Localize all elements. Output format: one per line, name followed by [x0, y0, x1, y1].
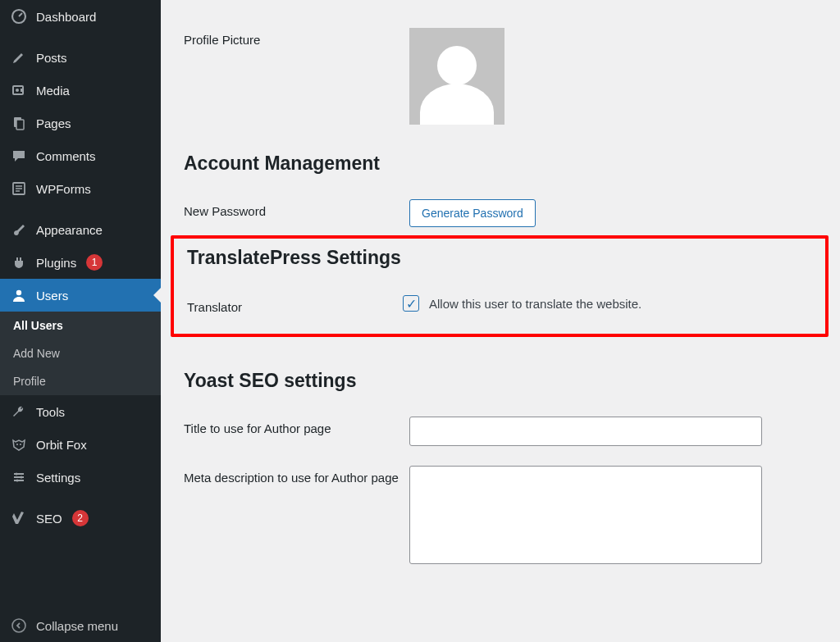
- comments-icon: [10, 148, 28, 164]
- sidebar-item-wpforms[interactable]: WPForms: [0, 172, 161, 205]
- fox-icon: [10, 436, 28, 453]
- svg-point-6: [16, 290, 21, 295]
- avatar-placeholder: [409, 28, 504, 125]
- user-icon: [10, 287, 28, 303]
- main-content: Profile Picture Account Management New P…: [161, 0, 840, 642]
- sidebar-item-label: Plugins: [36, 256, 76, 270]
- sidebar-item-collapse[interactable]: Collapse menu: [0, 609, 161, 642]
- author-title-label: Title to use for Author page: [184, 417, 409, 435]
- sidebar-item-label: Collapse menu: [36, 619, 118, 633]
- svg-rect-4: [16, 120, 24, 130]
- sidebar-subitem-profile[interactable]: Profile: [0, 367, 161, 395]
- sidebar-item-label: Comments: [36, 149, 96, 163]
- sidebar-submenu-users: All Users Add New Profile: [0, 312, 161, 395]
- translator-row: Translator ✓ Allow this user to translat…: [176, 274, 824, 314]
- sidebar-item-posts[interactable]: Posts: [0, 41, 161, 74]
- account-management-heading: Account Management: [161, 125, 840, 180]
- settings-icon: [10, 469, 28, 485]
- media-icon: [10, 82, 28, 98]
- sidebar-item-label: Settings: [36, 471, 80, 485]
- sidebar-item-tools[interactable]: Tools: [0, 395, 161, 428]
- sidebar-item-plugins[interactable]: Plugins 1: [0, 246, 161, 279]
- profile-picture-row: Profile Picture: [161, 8, 840, 125]
- author-title-input[interactable]: [409, 417, 762, 446]
- author-meta-label: Meta description to use for Author page: [184, 466, 409, 485]
- sidebar-item-users[interactable]: Users: [0, 279, 161, 312]
- author-title-row: Title to use for Author page: [161, 397, 840, 446]
- svg-point-11: [16, 479, 18, 481]
- plugins-badge: 1: [86, 254, 103, 271]
- svg-point-10: [20, 476, 22, 478]
- sidebar-item-settings[interactable]: Settings: [0, 461, 161, 494]
- translator-label: Translator: [187, 295, 403, 314]
- translator-checkbox-wrap[interactable]: ✓ Allow this user to translate the websi…: [403, 295, 807, 312]
- svg-point-2: [16, 89, 19, 92]
- sidebar-subitem-all-users[interactable]: All Users: [0, 312, 161, 339]
- sidebar-item-label: Dashboard: [36, 10, 96, 24]
- wrench-icon: [10, 403, 28, 420]
- generate-password-button[interactable]: Generate Password: [409, 199, 536, 227]
- sidebar-item-pages[interactable]: Pages: [0, 107, 161, 139]
- svg-point-9: [15, 472, 17, 475]
- sidebar-item-label: Pages: [36, 116, 71, 130]
- sidebar-item-label: Appearance: [36, 223, 103, 237]
- author-meta-textarea[interactable]: [409, 466, 762, 564]
- collapse-icon: [10, 617, 28, 634]
- yoast-icon: [10, 510, 28, 526]
- sidebar-item-label: Orbit Fox: [36, 438, 87, 452]
- sidebar-item-label: Media: [36, 84, 70, 98]
- sidebar-item-label: Users: [36, 289, 68, 303]
- svg-point-12: [12, 619, 25, 632]
- svg-point-8: [20, 444, 21, 445]
- sidebar-item-appearance[interactable]: Appearance: [0, 213, 161, 246]
- translator-checkbox[interactable]: ✓: [403, 295, 419, 312]
- sidebar-item-label: Tools: [36, 405, 65, 419]
- new-password-row: New Password Generate Password: [161, 180, 840, 227]
- sidebar-item-label: SEO: [36, 512, 62, 526]
- wpforms-icon: [10, 180, 28, 197]
- dashboard-icon: [10, 8, 28, 25]
- translator-checkbox-label: Allow this user to translate the website…: [429, 297, 641, 311]
- yoast-heading: Yoast SEO settings: [161, 342, 840, 397]
- sidebar-item-label: WPForms: [36, 182, 91, 196]
- sidebar-item-media[interactable]: Media: [0, 74, 161, 107]
- new-password-label: New Password: [184, 199, 409, 218]
- seo-badge: 2: [72, 510, 89, 526]
- sidebar-item-comments[interactable]: Comments: [0, 139, 161, 172]
- sidebar-item-seo[interactable]: SEO 2: [0, 502, 161, 535]
- pin-icon: [10, 49, 28, 66]
- plugin-icon: [10, 254, 28, 271]
- pages-icon: [10, 115, 28, 131]
- sidebar-item-dashboard[interactable]: Dashboard: [0, 0, 161, 33]
- brush-icon: [10, 221, 28, 238]
- translatepress-highlight-box: TranslatePress Settings Translator ✓ All…: [171, 235, 829, 337]
- sidebar-subitem-add-new[interactable]: Add New: [0, 339, 161, 367]
- sidebar-item-label: Posts: [36, 51, 67, 65]
- admin-sidebar: Dashboard Posts Media Pages Comments WPF…: [0, 0, 161, 642]
- author-meta-row: Meta description to use for Author page: [161, 446, 840, 567]
- translatepress-heading: TranslatePress Settings: [176, 240, 824, 274]
- svg-point-7: [16, 444, 18, 445]
- sidebar-item-orbit-fox[interactable]: Orbit Fox: [0, 428, 161, 461]
- profile-picture-label: Profile Picture: [184, 28, 409, 47]
